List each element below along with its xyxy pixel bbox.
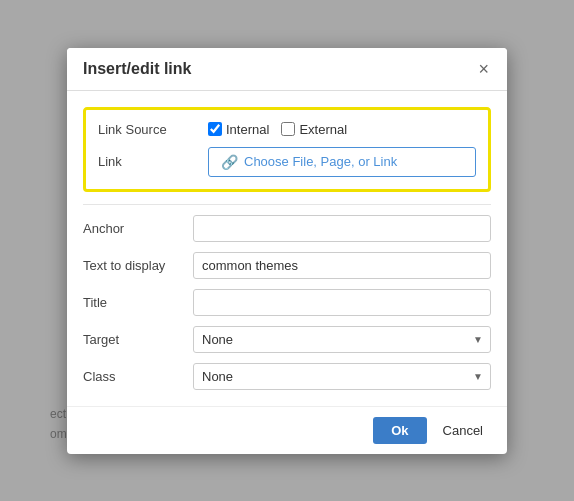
text-to-display-control [193, 252, 491, 279]
link-source-row: Link Source Internal External [98, 122, 476, 137]
choose-link-button[interactable]: 🔗 Choose File, Page, or Link [208, 147, 476, 177]
external-label: External [299, 122, 347, 137]
modal-title: Insert/edit link [83, 60, 191, 78]
class-control: None ▼ [193, 363, 491, 390]
link-source-checkboxes: Internal External [208, 122, 476, 137]
cancel-button[interactable]: Cancel [435, 417, 491, 444]
target-select[interactable]: None _blank _self _parent _top [193, 326, 491, 353]
anchor-control [193, 215, 491, 242]
highlighted-section: Link Source Internal External Link [83, 107, 491, 192]
title-control [193, 289, 491, 316]
internal-checkbox-label[interactable]: Internal [208, 122, 269, 137]
class-select[interactable]: None [193, 363, 491, 390]
text-to-display-label: Text to display [83, 258, 193, 273]
target-control: None _blank _self _parent _top ▼ [193, 326, 491, 353]
modal-body: Link Source Internal External Link [67, 91, 507, 406]
link-control: 🔗 Choose File, Page, or Link [208, 147, 476, 177]
anchor-row: Anchor [83, 215, 491, 242]
choose-link-label: Choose File, Page, or Link [244, 154, 397, 169]
class-row: Class None ▼ [83, 363, 491, 390]
internal-checkbox[interactable] [208, 122, 222, 136]
anchor-input[interactable] [193, 215, 491, 242]
external-checkbox-label[interactable]: External [281, 122, 347, 137]
anchor-label: Anchor [83, 221, 193, 236]
insert-edit-link-dialog: Insert/edit link × Link Source Internal … [67, 48, 507, 454]
link-icon: 🔗 [221, 154, 238, 170]
link-label: Link [98, 154, 208, 169]
close-button[interactable]: × [476, 60, 491, 78]
modal-footer: Ok Cancel [67, 406, 507, 454]
divider [83, 204, 491, 205]
text-to-display-row: Text to display [83, 252, 491, 279]
target-label: Target [83, 332, 193, 347]
modal-header: Insert/edit link × [67, 48, 507, 91]
title-label: Title [83, 295, 193, 310]
external-checkbox[interactable] [281, 122, 295, 136]
title-row: Title [83, 289, 491, 316]
target-select-wrapper: None _blank _self _parent _top ▼ [193, 326, 491, 353]
target-row: Target None _blank _self _parent _top ▼ [83, 326, 491, 353]
link-source-label: Link Source [98, 122, 208, 137]
ok-button[interactable]: Ok [373, 417, 426, 444]
title-input[interactable] [193, 289, 491, 316]
class-label: Class [83, 369, 193, 384]
text-to-display-input[interactable] [193, 252, 491, 279]
internal-label: Internal [226, 122, 269, 137]
class-select-wrapper: None ▼ [193, 363, 491, 390]
link-row: Link 🔗 Choose File, Page, or Link [98, 147, 476, 177]
